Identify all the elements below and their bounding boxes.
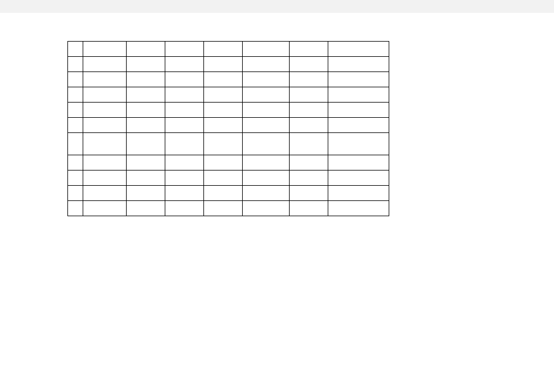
cell-value bbox=[165, 118, 203, 132]
cell-value bbox=[290, 57, 328, 71]
cell-value bbox=[204, 118, 242, 132]
table-cell bbox=[290, 72, 328, 87]
cell-value bbox=[127, 57, 165, 71]
cell-value bbox=[204, 133, 242, 155]
cell-value bbox=[165, 42, 203, 56]
table-cell bbox=[165, 155, 204, 171]
table-row bbox=[68, 186, 389, 201]
cell-value bbox=[83, 42, 126, 56]
cell-value bbox=[165, 72, 203, 87]
table-cell bbox=[83, 87, 127, 103]
cell-value bbox=[204, 87, 242, 102]
cell-value bbox=[165, 186, 203, 200]
table-cell bbox=[83, 118, 127, 133]
table-cell bbox=[204, 103, 243, 118]
cell-value bbox=[165, 201, 203, 216]
cell-value bbox=[83, 155, 126, 170]
cell-value bbox=[165, 171, 203, 185]
cell-value bbox=[127, 118, 165, 132]
table-cell bbox=[165, 57, 204, 72]
table-cell bbox=[243, 42, 290, 57]
cell-value bbox=[68, 133, 83, 155]
cell-value bbox=[328, 118, 389, 132]
cell-value bbox=[127, 103, 165, 117]
cell-value bbox=[290, 155, 328, 170]
table-cell bbox=[290, 118, 328, 133]
table-cell bbox=[165, 133, 204, 155]
table-row bbox=[68, 87, 389, 103]
table-cell bbox=[127, 201, 165, 216]
table-cell bbox=[127, 118, 165, 133]
table-cell bbox=[165, 103, 204, 118]
cell-value bbox=[243, 57, 289, 71]
table-cell bbox=[165, 118, 204, 133]
cell-value bbox=[328, 201, 389, 216]
table-cell bbox=[165, 87, 204, 103]
table-row bbox=[68, 201, 389, 216]
table-cell bbox=[83, 201, 127, 216]
cell-value bbox=[243, 87, 289, 102]
table-cell bbox=[68, 155, 83, 171]
table-cell bbox=[68, 42, 83, 57]
table-row bbox=[68, 171, 389, 186]
cell-value bbox=[243, 171, 289, 185]
cell-value bbox=[204, 72, 242, 87]
table-cell bbox=[290, 57, 328, 72]
table-cell bbox=[68, 171, 83, 186]
cell-value bbox=[328, 87, 389, 102]
cell-value bbox=[127, 42, 165, 56]
table-row bbox=[68, 72, 389, 87]
cell-value bbox=[290, 201, 328, 216]
table-cell bbox=[83, 155, 127, 171]
table-cell bbox=[243, 171, 290, 186]
table-cell bbox=[83, 133, 127, 155]
table-row bbox=[68, 133, 389, 155]
table-cell bbox=[83, 186, 127, 201]
table-cell bbox=[68, 72, 83, 87]
table-cell bbox=[68, 186, 83, 201]
table-cell bbox=[328, 201, 389, 216]
table-cell bbox=[68, 57, 83, 72]
cell-value bbox=[328, 103, 389, 117]
cell-value bbox=[68, 118, 83, 132]
table-cell bbox=[328, 155, 389, 171]
cell-value bbox=[204, 57, 242, 71]
table-cell bbox=[328, 171, 389, 186]
cell-value bbox=[127, 171, 165, 185]
cell-value bbox=[243, 118, 289, 132]
cell-value bbox=[165, 155, 203, 170]
cell-value bbox=[204, 155, 242, 170]
table-cell bbox=[127, 87, 165, 103]
cell-value bbox=[68, 72, 83, 87]
cell-value bbox=[204, 103, 242, 117]
table-row bbox=[68, 155, 389, 171]
table-cell bbox=[290, 42, 328, 57]
cell-value bbox=[328, 72, 389, 87]
cell-value bbox=[68, 87, 83, 102]
table-cell bbox=[165, 201, 204, 216]
table-cell bbox=[83, 42, 127, 57]
cell-value bbox=[83, 57, 126, 71]
cell-value bbox=[290, 186, 328, 200]
cell-value bbox=[127, 186, 165, 200]
table-row bbox=[68, 57, 389, 72]
table-cell bbox=[328, 57, 389, 72]
cell-value bbox=[328, 57, 389, 71]
cell-value bbox=[204, 42, 242, 56]
cell-value bbox=[328, 171, 389, 185]
table-cell bbox=[204, 57, 243, 72]
table-cell bbox=[83, 171, 127, 186]
table-cell bbox=[204, 186, 243, 201]
table-cell bbox=[328, 118, 389, 133]
table-cell bbox=[243, 155, 290, 171]
table-cell bbox=[204, 133, 243, 155]
table-cell bbox=[243, 103, 290, 118]
table-cell bbox=[243, 72, 290, 87]
cell-value bbox=[68, 155, 83, 170]
table-cell bbox=[290, 186, 328, 201]
cell-value bbox=[165, 57, 203, 71]
table-cell bbox=[243, 201, 290, 216]
table-cell bbox=[68, 118, 83, 133]
table-cell bbox=[243, 186, 290, 201]
table-cell bbox=[328, 103, 389, 118]
